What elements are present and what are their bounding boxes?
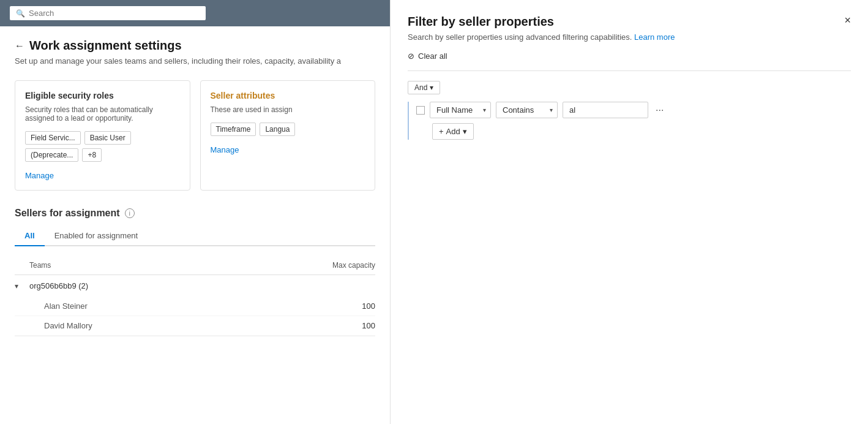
and-chevron-icon: ▾ — [430, 83, 433, 92]
capacity-david: 100 — [314, 321, 375, 330]
card-tags-security: Field Servic... Basic User (Deprecate...… — [25, 131, 180, 162]
tag-more: +8 — [82, 148, 102, 162]
search-wrapper: 🔍 — [10, 6, 206, 20]
panel-header: Filter by seller properties × — [408, 15, 851, 29]
panel-description: Search by seller properties using advanc… — [408, 32, 851, 42]
page-subtitle: Set up and manage your sales teams and s… — [15, 56, 375, 66]
cards-row: Eligible security roles Security roles t… — [15, 80, 375, 191]
table-row: David Mallory 100 — [15, 316, 375, 336]
close-button[interactable]: × — [844, 15, 851, 26]
right-panel: Filter by seller properties × Search by … — [391, 0, 868, 424]
group-row: ▾ org506b6bb9 (2) — [15, 275, 375, 297]
clear-all-label: Clear all — [418, 51, 447, 61]
clear-all-row: ⊘ Clear all — [408, 51, 851, 71]
back-button[interactable]: ← — [15, 40, 24, 51]
manage-link-attributes[interactable]: Manage — [211, 145, 239, 154]
teams-header: Teams — [29, 261, 314, 270]
add-chevron-icon: ▾ — [463, 127, 467, 136]
seller-name-alan: Alan Steiner — [44, 301, 314, 311]
search-input[interactable] — [29, 9, 200, 18]
condition-select-wrapper: Contains Equals Starts with Ends with ▾ — [496, 102, 558, 118]
tab-enabled-for-assignment[interactable]: Enabled for assignment — [45, 226, 148, 246]
seller-attributes-card: Seller attributes These are used in assi… — [200, 80, 376, 191]
capacity-header: Max capacity — [314, 261, 375, 270]
group-name: org506b6bb9 (2) — [29, 281, 375, 290]
search-bar: 🔍 — [0, 0, 390, 26]
card-title-attributes: Seller attributes — [211, 91, 365, 100]
filter-condition-row: Full Name Email Phone Role ▾ Contains Eq… — [416, 102, 851, 118]
search-icon: 🔍 — [16, 9, 25, 18]
field-select[interactable]: Full Name Email Phone Role — [430, 102, 491, 118]
eligible-security-roles-card: Eligible security roles Security roles t… — [15, 80, 190, 191]
learn-more-link[interactable]: Learn more — [634, 32, 675, 42]
page-title: Work assignment settings — [29, 39, 182, 53]
tag-language: Langua — [260, 123, 295, 136]
tag-basic-user: Basic User — [84, 131, 131, 145]
collapse-icon[interactable]: ▾ — [15, 282, 29, 290]
tag-field-service: Field Servic... — [25, 131, 81, 145]
left-panel: 🔍 ← Work assignment settings Set up and … — [0, 0, 391, 424]
seller-name-david: David Mallory — [44, 321, 314, 330]
add-label: Add — [446, 127, 460, 136]
filter-area: And ▾ Full Name Email Phone Role ▾ — [408, 81, 851, 140]
add-plus-icon: + — [439, 127, 444, 136]
filter-icon: ⊘ — [408, 51, 414, 61]
card-subtitle-attributes: These are used in assign — [211, 105, 365, 114]
left-content: ← Work assignment settings Set up and ma… — [0, 26, 390, 424]
sellers-table: Teams Max capacity ▾ org506b6bb9 (2) Ala… — [15, 256, 375, 336]
sellers-section-header: Sellers for assignment i — [15, 208, 375, 219]
filter-checkbox[interactable] — [416, 106, 425, 115]
description-text: Search by seller properties using advanc… — [408, 32, 632, 42]
card-tags-attributes: Timeframe Langua — [211, 123, 365, 136]
and-row: And ▾ — [408, 81, 851, 94]
condition-select[interactable]: Contains Equals Starts with Ends with — [496, 102, 558, 118]
filter-line-group: Full Name Email Phone Role ▾ Contains Eq… — [408, 102, 851, 140]
sellers-tabs: All Enabled for assignment — [15, 226, 375, 246]
tag-deprecated: (Deprecate... — [25, 148, 78, 162]
add-row: + Add ▾ — [432, 123, 851, 140]
filter-more-button[interactable]: ··· — [653, 105, 666, 116]
filter-value-input[interactable] — [563, 102, 648, 118]
table-header: Teams Max capacity — [15, 256, 375, 275]
and-label: And — [414, 83, 427, 92]
sellers-section-title: Sellers for assignment — [15, 208, 120, 219]
card-subtitle-security: Security roles that can be automatically… — [25, 105, 180, 123]
tab-all[interactable]: All — [15, 226, 45, 246]
table-group: ▾ org506b6bb9 (2) Alan Steiner 100 David… — [15, 275, 375, 336]
add-button[interactable]: + Add ▾ — [432, 123, 474, 140]
table-row: Alan Steiner 100 — [15, 297, 375, 316]
tag-timeframe: Timeframe — [211, 123, 256, 136]
info-icon: i — [125, 208, 135, 218]
back-row: ← Work assignment settings — [15, 39, 375, 53]
capacity-alan: 100 — [314, 301, 375, 311]
panel-title: Filter by seller properties — [408, 15, 554, 29]
card-title-security: Eligible security roles — [25, 91, 180, 100]
clear-all-button[interactable]: ⊘ Clear all — [408, 51, 447, 61]
field-select-wrapper: Full Name Email Phone Role ▾ — [430, 102, 491, 118]
manage-link-security[interactable]: Manage — [25, 171, 54, 180]
and-badge[interactable]: And ▾ — [408, 81, 440, 94]
